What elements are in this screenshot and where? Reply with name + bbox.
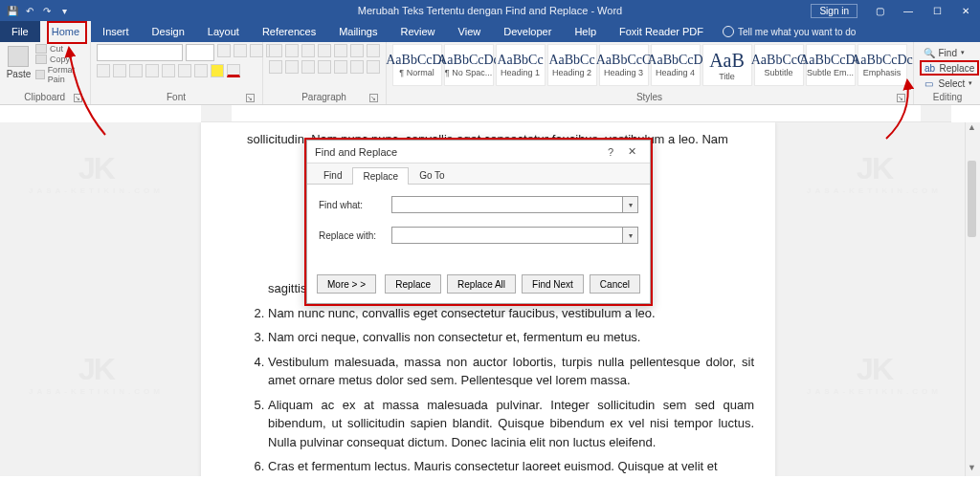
align-right-icon[interactable]	[301, 60, 315, 74]
style-tile[interactable]: AaBbCcHeading 1	[496, 44, 546, 86]
quick-access-toolbar: 💾 ↶ ↷ ▾	[0, 4, 77, 17]
scroll-up-icon[interactable]: ▲	[966, 122, 978, 136]
shading-icon[interactable]	[350, 60, 364, 74]
indent-inc-icon[interactable]	[334, 44, 347, 57]
find-next-button[interactable]: Find Next	[522, 274, 584, 294]
maximize-icon[interactable]: ☐	[923, 0, 951, 21]
justify-icon[interactable]	[318, 60, 331, 74]
list-item: Nam orci neque, convallis non consectetu…	[268, 328, 754, 347]
indent-dec-icon[interactable]	[318, 44, 331, 57]
dialog-tabs: Find Replace Go To	[307, 163, 650, 185]
tab-layout[interactable]: Layout	[196, 21, 251, 42]
tab-design[interactable]: Design	[141, 21, 196, 42]
paste-button[interactable]: Paste	[6, 44, 32, 79]
tab-help[interactable]: Help	[563, 21, 608, 42]
close-icon[interactable]: ✕	[951, 0, 980, 21]
dialog-help-icon[interactable]: ?	[600, 146, 621, 158]
style-tile[interactable]: AaBbCcCSubtitle	[754, 44, 804, 86]
bullets-icon[interactable]	[269, 44, 282, 57]
find-what-input[interactable]	[391, 196, 623, 213]
font-color-icon[interactable]	[227, 64, 240, 77]
numbering-icon[interactable]	[285, 44, 299, 57]
save-icon[interactable]: 💾	[6, 4, 19, 17]
style-tile[interactable]: AaBbCcDHeading 4	[651, 44, 701, 86]
horizontal-ruler[interactable]	[201, 105, 951, 122]
style-tile[interactable]: AaBbCcDc¶ No Spac...	[444, 44, 494, 86]
scroll-thumb[interactable]	[968, 161, 976, 237]
italic-icon[interactable]	[113, 64, 126, 77]
superscript-icon[interactable]	[178, 64, 191, 77]
find-replace-dialog: Find and Replace ? ✕ Find Replace Go To …	[306, 140, 651, 304]
sign-in-button[interactable]: Sign in	[811, 4, 858, 18]
clipboard-launcher-icon[interactable]: ↘	[74, 94, 82, 102]
underline-icon[interactable]	[129, 64, 143, 77]
qat-more-icon[interactable]: ▾	[57, 4, 71, 17]
undo-icon[interactable]: ↶	[23, 4, 36, 17]
change-case-icon[interactable]	[250, 44, 263, 57]
dialog-tab-replace[interactable]: Replace	[352, 167, 409, 185]
highlight-icon[interactable]	[211, 64, 224, 77]
tab-file[interactable]: File	[0, 21, 40, 42]
grow-font-icon[interactable]	[217, 44, 231, 57]
group-styles: AaBbCcDc¶ NormalAaBbCcDc¶ No Spac...AaBb…	[387, 42, 914, 104]
multilevel-icon[interactable]	[301, 44, 315, 57]
tab-home[interactable]: Home	[40, 21, 91, 42]
select-button[interactable]: ▭Select ▾	[920, 76, 980, 90]
scroll-down-icon[interactable]: ▼	[966, 463, 978, 476]
shrink-font-icon[interactable]	[234, 44, 247, 57]
tab-review[interactable]: Review	[390, 21, 447, 42]
tell-me-search[interactable]: Tell me what you want to do	[723, 21, 856, 42]
group-paragraph: Paragraph↘	[263, 42, 387, 104]
style-tile[interactable]: AaBTitle	[702, 44, 752, 86]
font-launcher-icon[interactable]: ↘	[246, 94, 255, 102]
sort-icon[interactable]	[350, 44, 364, 57]
font-size-combo[interactable]	[186, 44, 214, 61]
style-tile[interactable]: AaBbCcDc¶ Normal	[392, 44, 442, 86]
paragraph-launcher-icon[interactable]: ↘	[369, 94, 378, 102]
subscript-icon[interactable]	[162, 64, 175, 77]
bold-icon[interactable]	[97, 64, 110, 77]
replace-with-input[interactable]	[391, 227, 623, 244]
strike-icon[interactable]	[145, 64, 159, 77]
dialog-close-icon[interactable]: ✕	[621, 145, 642, 158]
borders-icon[interactable]	[367, 60, 380, 74]
styles-launcher-icon[interactable]: ↘	[897, 94, 905, 102]
bulb-icon	[723, 26, 734, 37]
dialog-tab-goto[interactable]: Go To	[409, 166, 456, 184]
font-name-combo[interactable]	[97, 44, 183, 61]
cut-button[interactable]: Cut	[35, 44, 84, 54]
style-tile[interactable]: AaBbCcCHeading 3	[599, 44, 649, 86]
tab-foxit[interactable]: Foxit Reader PDF	[608, 21, 715, 42]
format-painter-button[interactable]: Format Pain	[35, 65, 84, 84]
find-dropdown-icon[interactable]: ▾	[623, 196, 638, 213]
align-left-icon[interactable]	[269, 60, 282, 74]
text-effects-icon[interactable]	[194, 64, 208, 77]
minimize-icon[interactable]: —	[894, 0, 923, 21]
style-tile[interactable]: AaBbCcDcEmphasis	[858, 44, 907, 86]
tab-references[interactable]: References	[251, 21, 327, 42]
show-marks-icon[interactable]	[367, 44, 380, 57]
tab-view[interactable]: View	[447, 21, 493, 42]
ribbon-options-icon[interactable]: ▢	[865, 0, 894, 21]
line-spacing-icon[interactable]	[334, 60, 347, 74]
tab-developer[interactable]: Developer	[492, 21, 563, 42]
replace-one-button[interactable]: Replace	[385, 274, 441, 294]
vertical-scrollbar[interactable]: ▲ ▼	[965, 122, 978, 476]
find-button[interactable]: 🔍Find ▾	[920, 46, 980, 59]
replace-all-button[interactable]: Replace All	[447, 274, 516, 294]
styles-gallery[interactable]: AaBbCcDc¶ NormalAaBbCcDc¶ No Spac...AaBb…	[392, 44, 907, 86]
tab-mailings[interactable]: Mailings	[327, 21, 389, 42]
dialog-tab-find[interactable]: Find	[313, 166, 352, 184]
tab-insert[interactable]: Insert	[91, 21, 141, 42]
redo-icon[interactable]: ↷	[40, 4, 54, 17]
dialog-title: Find and Replace	[315, 146, 600, 158]
replace-dropdown-icon[interactable]: ▾	[623, 227, 638, 244]
align-center-icon[interactable]	[285, 60, 299, 74]
copy-button[interactable]: Copy	[35, 54, 84, 64]
style-tile[interactable]: AaBbCcDcSubtle Em...	[806, 44, 856, 86]
style-tile[interactable]: AaBbCcHeading 2	[547, 44, 597, 86]
cancel-button[interactable]: Cancel	[590, 274, 640, 294]
list-item: Nam nunc nunc, convallis eget consectetu…	[268, 304, 754, 323]
replace-button[interactable]: abReplace	[920, 60, 980, 76]
more-button[interactable]: More > >	[317, 274, 376, 294]
